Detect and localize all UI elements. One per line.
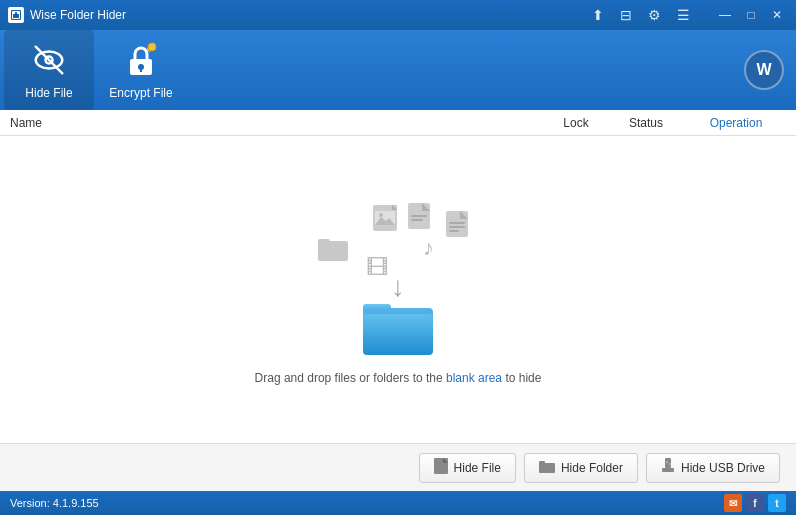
window-controls: ⬆ ⊟ ⚙ ☰ — □ ✕ [586,5,788,25]
svg-rect-23 [449,222,465,224]
status-bar: Version: 4.1.9.155 ✉ f t [0,491,796,515]
twitter-social-button[interactable]: t [768,494,786,512]
svg-rect-3 [15,12,17,15]
hide-file-label: Hide File [25,86,72,100]
pdf-icon [408,203,430,235]
svg-rect-24 [449,226,465,228]
encrypt-file-button[interactable]: Encrypt File [96,30,186,110]
svg-rect-31 [666,461,668,463]
svg-rect-26 [434,458,448,474]
svg-rect-10 [140,68,142,72]
file-btn-icon [434,458,448,477]
social-links: ✉ f t [724,494,786,512]
title-bar: Wise Folder Hider ⬆ ⊟ ⚙ ☰ — □ ✕ [0,0,796,30]
close-button[interactable]: ✕ [766,6,788,24]
tb-search-icon[interactable]: ⚙ [642,5,667,25]
drop-arrow: ↓ [391,273,405,301]
toolbar-spacer [188,30,742,110]
film-icon: 🎞 [366,255,388,281]
hide-folder-action-button[interactable]: Hide Folder [524,453,638,483]
facebook-social-button[interactable]: f [746,494,764,512]
usb-btn-icon [661,458,675,477]
app-icon [8,7,24,23]
minimize-button[interactable]: — [714,6,736,24]
svg-rect-14 [318,239,330,245]
hide-file-action-button[interactable]: Hide File [419,453,516,483]
bottom-bar: Hide File Hide Folder Hide USB Drive [0,443,796,491]
svg-rect-28 [539,461,545,465]
tb-menu-icon[interactable]: ☰ [671,5,696,25]
hide-file-icon [29,40,69,80]
maximize-button[interactable]: □ [740,6,762,24]
encrypt-file-label: Encrypt File [109,86,172,100]
user-avatar[interactable]: W [744,50,784,90]
app-title: Wise Folder Hider [30,8,586,22]
svg-rect-30 [662,468,674,472]
drop-hint: Drag and drop files or folders to the bl… [255,371,542,385]
file-icons-area: ♪ 🎞 ↓ [298,195,498,355]
col-status: Status [606,116,686,130]
column-headers: Name Lock Status Operation [0,110,796,136]
hide-usb-action-button[interactable]: Hide USB Drive [646,453,780,483]
svg-point-12 [148,43,156,51]
svg-rect-32 [669,463,671,465]
folder-icon [318,235,348,268]
svg-rect-25 [449,230,459,232]
email-social-button[interactable]: ✉ [724,494,742,512]
tb-upload-icon[interactable]: ⬆ [586,5,610,25]
folder-btn-icon [539,460,555,476]
toolbar: Hide File Encrypt File [0,30,796,110]
col-name: Name [10,116,546,130]
col-lock: Lock [546,116,606,130]
version-text: Version: 4.1.9.155 [10,497,99,509]
svg-rect-20 [411,215,427,217]
word-icon [446,211,468,243]
tb-display-icon[interactable]: ⊟ [614,5,638,25]
drop-area: ♪ 🎞 ↓ Drag and drop files or folders to … [255,195,542,385]
encrypt-file-icon [121,40,161,80]
col-operation: Operation [686,116,786,130]
svg-point-18 [379,213,383,217]
svg-rect-21 [411,219,423,221]
main-content: ♪ 🎞 ↓ Drag and drop files or folders to … [0,136,796,443]
image-icon [373,205,397,237]
music-icon: ♪ [423,235,434,261]
hide-file-button[interactable]: Hide File [4,30,94,110]
main-folder-icon [363,300,433,355]
